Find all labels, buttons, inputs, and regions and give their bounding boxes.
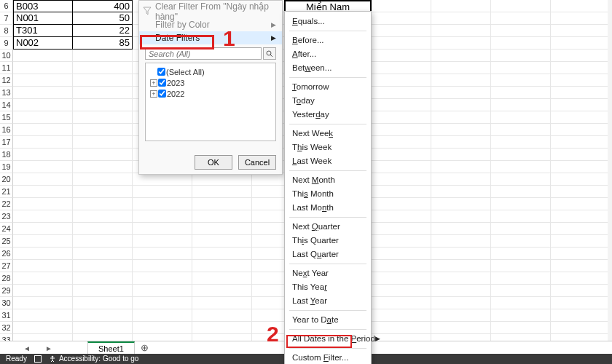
- cell[interactable]: [13, 161, 73, 173]
- cell[interactable]: [551, 149, 611, 161]
- row-header[interactable]: 32: [0, 322, 13, 334]
- cell[interactable]: [372, 186, 431, 198]
- date-filters-item[interactable]: Date Filters ▶: [139, 31, 282, 44]
- row-header[interactable]: 6: [0, 0, 13, 12]
- cell[interactable]: [192, 260, 252, 272]
- cell[interactable]: [431, 87, 491, 99]
- cell[interactable]: [13, 297, 73, 309]
- cell[interactable]: [133, 322, 192, 334]
- last-quarter-item[interactable]: Last Quarter: [285, 248, 371, 261]
- cell[interactable]: [372, 149, 431, 161]
- cell[interactable]: [551, 37, 611, 50]
- cell[interactable]: [491, 248, 551, 260]
- cell[interactable]: [431, 136, 491, 149]
- cell[interactable]: [372, 248, 431, 260]
- cell[interactable]: [491, 198, 551, 210]
- cell[interactable]: [133, 198, 192, 210]
- cell[interactable]: [372, 285, 431, 297]
- row-header[interactable]: 9: [0, 37, 13, 50]
- cancel-button[interactable]: Cancel: [238, 155, 276, 170]
- cell[interactable]: [491, 50, 551, 62]
- cell[interactable]: [491, 173, 551, 186]
- cell[interactable]: N002: [13, 37, 73, 50]
- cell[interactable]: [372, 198, 431, 210]
- cell[interactable]: [491, 309, 551, 322]
- cell[interactable]: [431, 198, 491, 210]
- cell[interactable]: [551, 173, 611, 186]
- after-item[interactable]: After...: [285, 47, 371, 61]
- this-year-item[interactable]: This Year: [285, 280, 371, 294]
- cell[interactable]: [372, 111, 431, 124]
- select-all-checkbox[interactable]: [157, 68, 165, 76]
- cell[interactable]: [73, 136, 133, 149]
- cell[interactable]: [13, 186, 73, 198]
- cell[interactable]: [192, 297, 252, 309]
- cell[interactable]: [551, 285, 611, 297]
- cell[interactable]: [491, 87, 551, 99]
- cell[interactable]: [491, 111, 551, 124]
- cell[interactable]: [431, 161, 491, 173]
- cell[interactable]: [551, 74, 611, 87]
- cell[interactable]: [192, 322, 252, 334]
- cell[interactable]: [491, 149, 551, 161]
- cell[interactable]: [73, 235, 133, 248]
- cell[interactable]: 22: [73, 25, 133, 37]
- cell[interactable]: [431, 124, 491, 136]
- row-header[interactable]: 12: [0, 74, 13, 87]
- cell[interactable]: [133, 260, 192, 272]
- cell[interactable]: [73, 161, 133, 173]
- cell[interactable]: [491, 161, 551, 173]
- cell[interactable]: [431, 297, 491, 309]
- cell[interactable]: N001: [13, 12, 73, 25]
- cell[interactable]: [551, 186, 611, 198]
- next-year-item[interactable]: Next Year: [285, 266, 371, 280]
- cell[interactable]: [133, 248, 192, 260]
- accessibility-status[interactable]: Accessibility: Good to go: [49, 354, 139, 364]
- cell[interactable]: [551, 12, 611, 25]
- cell[interactable]: [551, 248, 611, 260]
- cell[interactable]: [431, 74, 491, 87]
- cell[interactable]: [551, 99, 611, 111]
- cell[interactable]: [73, 260, 133, 272]
- cell[interactable]: T301: [13, 25, 73, 37]
- cell[interactable]: B003: [13, 0, 73, 12]
- cell[interactable]: [431, 285, 491, 297]
- cell[interactable]: [192, 173, 252, 186]
- cell[interactable]: [491, 272, 551, 285]
- last-month-item[interactable]: Last Month: [285, 201, 371, 215]
- cell[interactable]: [551, 161, 611, 173]
- cell[interactable]: [491, 62, 551, 74]
- row-header[interactable]: 19: [0, 161, 13, 173]
- cell[interactable]: [73, 99, 133, 111]
- cell[interactable]: [73, 297, 133, 309]
- row-header[interactable]: 16: [0, 124, 13, 136]
- cell[interactable]: [431, 12, 491, 25]
- cell[interactable]: 85: [73, 37, 133, 50]
- row-header[interactable]: 18: [0, 149, 13, 161]
- cell[interactable]: [73, 198, 133, 210]
- cell[interactable]: [73, 186, 133, 198]
- cell[interactable]: [192, 272, 252, 285]
- cell[interactable]: [133, 272, 192, 285]
- filter-values-tree[interactable]: (Select All) + 2023 + 2022: [145, 63, 276, 141]
- cell[interactable]: [73, 62, 133, 74]
- cell[interactable]: [13, 124, 73, 136]
- cell[interactable]: [431, 186, 491, 198]
- cell[interactable]: [372, 37, 431, 50]
- cell[interactable]: [431, 173, 491, 186]
- cell[interactable]: [372, 235, 431, 248]
- cell[interactable]: [491, 25, 551, 37]
- cell[interactable]: [491, 136, 551, 149]
- cell[interactable]: [372, 0, 431, 12]
- cell[interactable]: [73, 248, 133, 260]
- cell[interactable]: [133, 309, 192, 322]
- cell[interactable]: [551, 87, 611, 99]
- cell[interactable]: [372, 50, 431, 62]
- cell[interactable]: [372, 62, 431, 74]
- row-header[interactable]: 10: [0, 50, 13, 62]
- cell[interactable]: [372, 99, 431, 111]
- cell[interactable]: [491, 223, 551, 235]
- cell[interactable]: [73, 309, 133, 322]
- cell[interactable]: [73, 74, 133, 87]
- next-month-item[interactable]: Next Month: [285, 173, 371, 187]
